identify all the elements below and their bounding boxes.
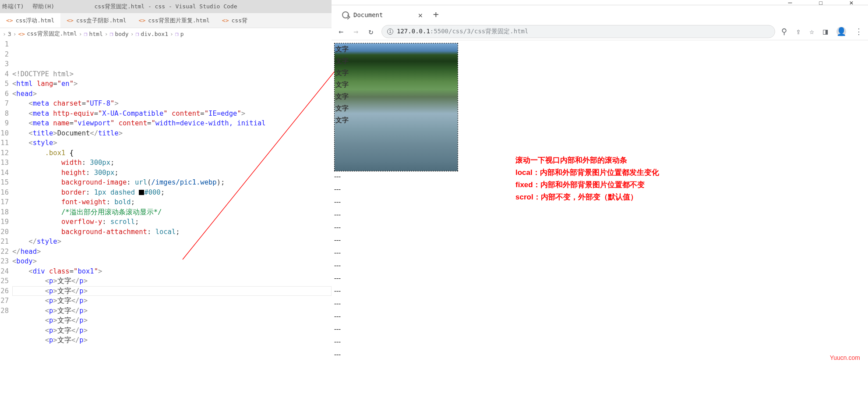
profile-avatar[interactable]: 👤 — [836, 27, 846, 36]
window-title: css背景固定.html - css - Visual Studio Code — [95, 3, 237, 11]
dash-row: --- — [334, 210, 865, 222]
code-editor[interactable]: 1234567891011121314151617181920212223242… — [0, 39, 332, 345]
chrome-tab[interactable]: Document × — [336, 7, 429, 23]
chrome-tab-title: Document — [353, 11, 383, 18]
symbol-icon: ❐ — [175, 31, 179, 37]
menu-terminal[interactable]: 终端(T) — [2, 3, 24, 11]
html-icon: <> — [222, 17, 229, 24]
reload-button[interactable]: ↻ — [367, 27, 375, 36]
crumb[interactable]: css背景固定.html — [27, 30, 77, 38]
box1-text: 文字 — [335, 103, 458, 114]
box1-text: 文字 — [335, 91, 458, 103]
new-tab-button[interactable]: + — [429, 9, 443, 20]
dash-row: --- — [334, 286, 865, 298]
html-icon: <> — [6, 17, 13, 24]
current-line-highlight — [12, 286, 332, 296]
symbol-icon: ❐ — [84, 31, 88, 37]
vscode-title-bar[interactable]: 终端(T) 帮助(H) css背景固定.html - css - Visual … — [0, 0, 332, 13]
editor-tabs: <>css浮动.html <>css盒子阴影.html <>css背景图片重复.… — [0, 13, 332, 28]
chevron-right-icon: › — [13, 31, 17, 37]
back-button[interactable]: ← — [337, 27, 346, 36]
chrome-titlebar[interactable]: — ☐ ✕ — [332, 0, 868, 5]
html-icon: <> — [139, 17, 146, 24]
breadcrumb[interactable]: ›3 ›<>css背景固定.html ›❐html ›❐body ›❐div.b… — [0, 28, 332, 39]
dash-row: --- — [334, 222, 865, 235]
symbol-icon: ❐ — [110, 31, 113, 37]
dash-row: --- — [334, 260, 865, 273]
box1-text: 文字 — [335, 43, 458, 55]
dash-row: --- — [334, 349, 865, 362]
note-line: scrol：内部不变，外部变（默认值） — [515, 191, 659, 203]
address-bar[interactable]: i 127.0.0.1:5500/css/3/css背景固定.html — [381, 25, 775, 38]
code-area[interactable]: <!DOCTYPE html><html lang="en"><head> <m… — [12, 39, 332, 345]
globe-icon — [342, 11, 349, 18]
note-line: 滚动一下视口内部和外部的滚动条 — [515, 154, 659, 167]
page-content: 文字文字文字文字文字文字文字 -------------------------… — [332, 40, 868, 365]
tab-3[interactable]: <>css背 — [216, 13, 254, 28]
tab-0[interactable]: <>css浮动.html — [0, 13, 60, 28]
chevron-right-icon: › — [170, 31, 173, 37]
box1-text: 文字 — [335, 79, 458, 91]
chevron-right-icon: › — [3, 31, 6, 37]
close-icon[interactable]: × — [418, 11, 423, 20]
box1-text: 文字 — [335, 67, 458, 79]
crumb[interactable]: html — [89, 31, 102, 37]
forward-button[interactable]: → — [352, 27, 360, 36]
url-text: 127.0.0.1:5500/css/3/css背景固定.html — [397, 28, 528, 36]
chrome-toolbar: ← → ↻ i 127.0.0.1:5500/css/3/css背景固定.htm… — [332, 23, 868, 40]
dash-row: --- — [334, 298, 865, 311]
dash-row: --- — [334, 235, 865, 248]
watermark: Yuucn.com — [830, 354, 860, 361]
dash-row: --- — [334, 311, 865, 324]
dash-row: --- — [334, 273, 865, 286]
crumb[interactable]: div.box1 — [141, 31, 168, 37]
line-numbers: 1234567891011121314151617181920212223242… — [0, 39, 12, 345]
search-icon[interactable]: ⚲ — [781, 27, 787, 36]
box1-text: 文字 — [335, 114, 458, 126]
chrome-window: — ☐ ✕ Document × + ← → ↻ i 127.0.0.1:550… — [332, 0, 868, 365]
panel-icon[interactable]: ◨ — [823, 27, 828, 36]
crumb[interactable]: body — [115, 31, 128, 37]
html-icon: <> — [67, 17, 74, 24]
menu-icon[interactable]: ⋮ — [855, 27, 863, 36]
star-icon[interactable]: ☆ — [809, 27, 814, 36]
dash-row: --- — [334, 248, 865, 260]
vscode-window: 终端(T) 帮助(H) css背景固定.html - css - Visual … — [0, 0, 332, 365]
chevron-right-icon: › — [105, 31, 108, 37]
crumb[interactable]: 3 — [8, 31, 11, 37]
annotation-notes: 滚动一下视口内部和外部的滚动条local：内部和外部背景图片位置都发生变化fix… — [515, 154, 659, 203]
chevron-right-icon: › — [131, 31, 134, 37]
chevron-right-icon: › — [79, 31, 82, 37]
chrome-tabstrip[interactable]: Document × + — [332, 5, 868, 23]
tab-1[interactable]: <>css盒子阴影.html — [60, 13, 132, 28]
tab-2[interactable]: <>css背景图片重复.html — [133, 13, 216, 28]
note-line: fixed：内部和外部背景图片位置都不变 — [515, 179, 659, 191]
menu-help[interactable]: 帮助(H) — [32, 3, 54, 11]
demo-box1[interactable]: 文字文字文字文字文字文字文字 — [334, 43, 458, 171]
share-icon[interactable]: ⇪ — [796, 27, 801, 36]
box1-text: 文字 — [335, 55, 458, 67]
dash-row: --- — [334, 337, 865, 349]
note-line: local：内部和外部背景图片位置都发生变化 — [515, 167, 659, 179]
html-icon: <> — [18, 31, 25, 37]
site-info-icon[interactable]: i — [387, 28, 393, 35]
dash-row: --- — [334, 324, 865, 337]
symbol-icon: ❐ — [136, 31, 139, 37]
crumb[interactable]: p — [180, 31, 184, 37]
